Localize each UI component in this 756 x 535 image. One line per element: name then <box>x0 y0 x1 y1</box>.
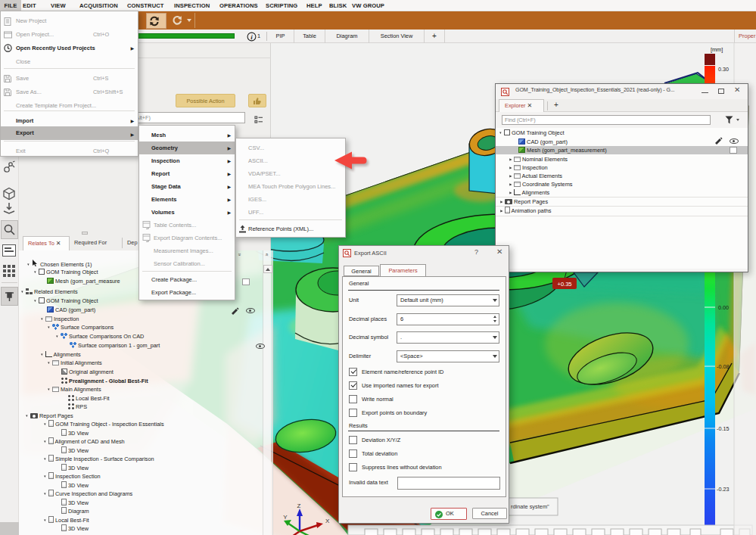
svg-text:[mm]: [mm] <box>711 46 723 53</box>
svg-text:+0.35: +0.35 <box>558 281 572 288</box>
svg-text:-0.23: -0.23 <box>717 486 729 493</box>
svg-text:rdinate system": rdinate system" <box>511 503 549 510</box>
svg-text:Y: Y <box>283 514 288 521</box>
svg-text:0.30: 0.30 <box>718 66 729 73</box>
svg-text:-0.15: -0.15 <box>717 425 729 432</box>
svg-text:0.00: 0.00 <box>718 304 729 311</box>
svg-text:-0.08: -0.08 <box>717 363 729 370</box>
svg-text:X: X <box>325 518 330 524</box>
svg-text:Z: Z <box>297 502 301 509</box>
svg-text:i: i <box>250 33 253 41</box>
